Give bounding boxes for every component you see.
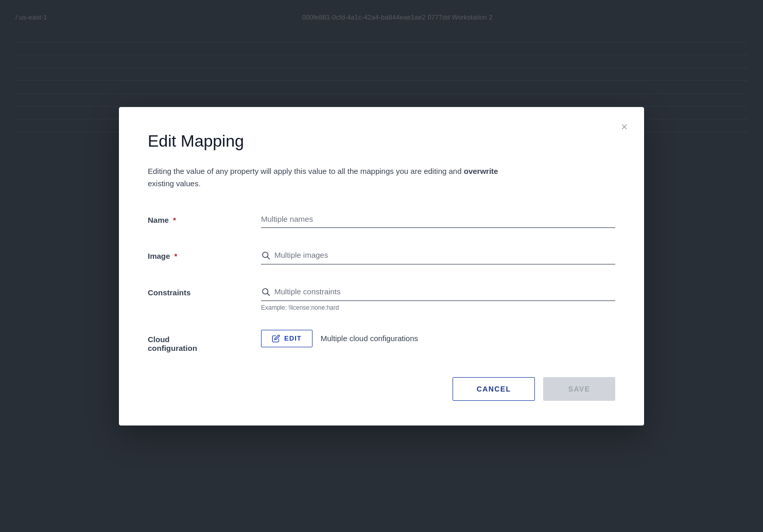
name-input[interactable] [261,210,615,228]
name-required-indicator: * [171,216,176,224]
search-icon [261,251,270,260]
constraints-hint: Example: !license:none:hard [261,304,615,311]
name-field [261,210,615,228]
image-input-wrapper [261,246,615,264]
close-button[interactable]: × [619,119,630,135]
cloud-config-field-row: Cloud configuration EDIT Multiple cloud … [148,330,615,352]
search-icon [261,287,270,296]
description-part2: existing values. [148,179,201,188]
name-label: Name * [148,210,261,224]
constraints-field: Example: !license:none:hard [261,283,615,311]
edit-button-label: EDIT [284,334,302,342]
cloud-config-value: Multiple cloud configurations [321,334,418,343]
description-part1: Editing the value of any property will a… [148,167,464,175]
modal-footer: CANCEL SAVE [148,377,615,401]
cloud-config-row: EDIT Multiple cloud configurations [261,330,615,347]
image-input[interactable] [274,251,615,259]
image-field [261,246,615,264]
svg-line-3 [267,293,269,295]
image-field-row: Image * [148,246,615,264]
constraints-input-wrapper [261,283,615,301]
image-required-indicator: * [172,252,177,260]
description-bold: overwrite [464,167,498,175]
constraints-field-row: Constraints Example: !license:none:hard [148,283,615,311]
cancel-button[interactable]: CANCEL [453,377,535,401]
edit-pencil-icon [272,334,280,343]
constraints-label: Constraints [148,283,261,297]
modal-description: Editing the value of any property will a… [148,165,508,190]
cloud-config-label: Cloud configuration [148,330,261,352]
modal-title: Edit Mapping [148,132,615,151]
save-button[interactable]: SAVE [543,377,615,401]
name-field-row: Name * [148,210,615,228]
modal-overlay: × Edit Mapping Editing the value of any … [0,0,763,532]
cloud-config-edit-button[interactable]: EDIT [261,330,313,347]
constraints-input[interactable] [274,287,615,296]
svg-line-1 [267,257,269,259]
image-label: Image * [148,246,261,260]
edit-mapping-modal: × Edit Mapping Editing the value of any … [119,107,644,425]
cloud-config-field: EDIT Multiple cloud configurations [261,330,615,347]
